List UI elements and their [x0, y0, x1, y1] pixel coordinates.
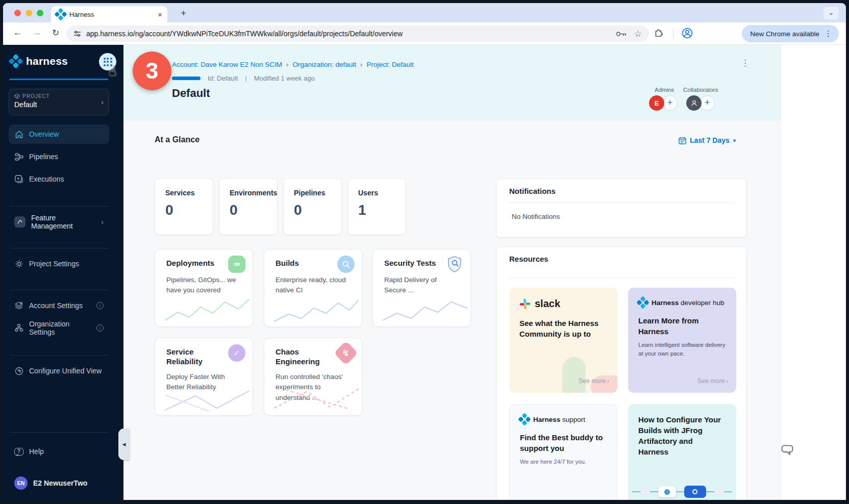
collapse-arrow-icon: ◀: [122, 442, 126, 447]
breadcrumb-account-link[interactable]: Account: Dave Karow E2 Non SCIM: [172, 61, 282, 68]
resource-card-developer-hub[interactable]: Harness developer hub Learn More from Ha…: [628, 288, 736, 393]
tab-close-icon[interactable]: ×: [158, 10, 162, 19]
browser-toolbar: ← → ↻ app.harness.io/ng/account/YWdkwNPi…: [3, 22, 846, 45]
date-range-value: Last 7 Days: [690, 136, 730, 144]
pipeline-node: ··: [640, 489, 651, 495]
harness-app-page: harness PROJECT Default › Overview Pi: [3, 45, 846, 500]
resources-title: Resources: [509, 255, 548, 263]
module-card-security-tests[interactable]: Security Tests Rapid Delivery of Secure …: [372, 249, 471, 327]
url-bar[interactable]: app.harness.io/ng/account/YWdkwNPiTceDUK…: [66, 26, 649, 42]
add-collaborator-button[interactable]: +: [700, 95, 715, 111]
breadcrumb-sep-icon: ›: [286, 61, 288, 68]
notifications-title: Notifications: [509, 187, 556, 195]
stat-value: 0: [165, 202, 213, 218]
see-more-link[interactable]: See more: [697, 377, 728, 385]
sidebar-user[interactable]: EN E2 NewuserTwo: [9, 473, 109, 493]
sidebar-item-overview[interactable]: Overview: [9, 124, 109, 144]
brand-bold: Harness: [652, 299, 679, 307]
stat-label: Users: [358, 189, 406, 197]
new-tab-button[interactable]: +: [181, 8, 186, 19]
notifications-empty-text: No Notifications: [512, 213, 560, 220]
minimize-window-button[interactable]: [26, 10, 32, 16]
builds-sparkline: [273, 295, 360, 324]
sidebar-item-account-settings[interactable]: Account Settings i: [9, 296, 109, 315]
date-range-picker[interactable]: Last 7 Days ▾: [679, 136, 736, 144]
url-text[interactable]: app.harness.io/ng/account/YWdkwNPiTceDUK…: [86, 30, 616, 38]
back-icon[interactable]: ←: [13, 28, 22, 38]
project-selector[interactable]: PROJECT Default ›: [9, 89, 109, 115]
module-card-builds[interactable]: Builds Enterprise ready, cloud native CI: [264, 249, 362, 327]
admin-avatar[interactable]: E: [649, 95, 664, 111]
module-desc: Rapid Delivery of Secure ...: [384, 275, 459, 296]
slack-logo-icon: [519, 298, 531, 310]
brand-bold: Harness: [533, 416, 560, 423]
password-key-icon[interactable]: [616, 31, 627, 37]
sidebar-item-project-settings[interactable]: Project Settings: [9, 254, 109, 273]
home-icon: [14, 130, 23, 139]
profile-icon[interactable]: [682, 28, 693, 39]
sidebar-item-configure-unified-view[interactable]: Configure Unified View: [9, 361, 109, 381]
tab-overflow-button[interactable]: ⌄: [823, 7, 839, 19]
site-info-icon[interactable]: [73, 30, 81, 38]
resource-card-jfrog[interactable]: How to Configure Your Builds with JFrog …: [628, 404, 736, 500]
breadcrumb-organization-link[interactable]: Organization: default: [292, 61, 356, 68]
header-kebab-icon[interactable]: ⋮: [741, 58, 750, 68]
collaborator-avatar[interactable]: [686, 95, 702, 111]
breadcrumb-project-link[interactable]: Project: Default: [366, 61, 413, 68]
org-chart-icon: [14, 324, 23, 332]
forward-icon[interactable]: →: [33, 28, 41, 38]
module-desc: Enterprise ready, cloud native CI: [276, 275, 350, 296]
user-name: E2 NewuserTwo: [33, 479, 87, 487]
close-window-button[interactable]: [14, 10, 21, 16]
reload-icon[interactable]: ↻: [52, 28, 59, 38]
stat-card-pipelines[interactable]: Pipelines 0: [283, 178, 342, 235]
stat-card-services[interactable]: Services 0: [155, 178, 213, 235]
see-more-link[interactable]: See more: [579, 377, 609, 385]
page-title: Default: [172, 87, 210, 100]
bookmark-star-icon[interactable]: ☆: [634, 29, 642, 39]
zoom-window-button[interactable]: [37, 10, 43, 16]
pipeline-node: [658, 486, 676, 497]
executions-icon: [14, 175, 23, 183]
layers-gear-icon: [14, 301, 23, 310]
project-header: Account: Dave Karow E2 Non SCIM › Organi…: [123, 45, 781, 121]
caret-down-icon: ▾: [733, 137, 736, 144]
info-icon[interactable]: i: [96, 302, 104, 309]
help-chat-icon: ?: [14, 448, 23, 456]
sidebar-item-label: Overview: [29, 130, 59, 138]
toolbar-separator: [673, 29, 673, 39]
resource-card-support[interactable]: Harness support Find the Best buddy to s…: [509, 404, 617, 500]
info-icon[interactable]: i: [96, 324, 104, 332]
resource-subtext: We are here 24/7 for you.: [520, 458, 607, 466]
browser-tab[interactable]: Harness ×: [51, 6, 167, 22]
sidebar-item-feature-management[interactable]: Feature Management ›: [9, 212, 109, 232]
module-card-deployments[interactable]: Deployments ∞ Pipelines, GitOps... we ha…: [155, 249, 253, 327]
harness-logo-icon: [8, 54, 23, 68]
project-selector-value: Default: [14, 100, 104, 109]
sidebar-item-organization-settings[interactable]: Organization Settings i: [9, 318, 109, 338]
separator: |: [245, 74, 246, 82]
builds-icon: [337, 256, 355, 273]
module-card-service-reliability[interactable]: Service Reliability ✓ Deploy Faster With…: [155, 338, 253, 416]
sidebar-item-executions[interactable]: Executions: [9, 169, 109, 189]
module-card-chaos-engineering[interactable]: Chaos Engineering ↯ Run controlled 'chao…: [264, 338, 362, 416]
stat-label: Pipelines: [294, 189, 341, 197]
sidebar-item-help[interactable]: ? Help: [9, 442, 109, 461]
sidebar-collapse-handle[interactable]: ◀: [118, 429, 130, 460]
stat-card-users[interactable]: Users 1: [347, 178, 406, 235]
feature-management-icon: [14, 216, 26, 228]
sidebar-item-label: Pipelines: [29, 153, 58, 161]
sidebar-divider: [10, 206, 108, 207]
chat-support-icon[interactable]: [781, 443, 796, 458]
notifications-panel: Notifications No Notifications: [496, 179, 747, 238]
sidebar-item-pipelines[interactable]: Pipelines: [9, 147, 109, 166]
harness-brand[interactable]: harness: [11, 55, 68, 67]
resource-card-slack[interactable]: slack See what the Harness Community is …: [509, 288, 617, 393]
stat-card-environments[interactable]: Environments 0: [219, 178, 278, 235]
new-chrome-available-button[interactable]: New Chrome available ⋮: [742, 25, 839, 42]
browser-menu-kebab-icon[interactable]: ⋮: [825, 29, 833, 38]
module-desc: Pipelines, GitOps... we have you covered: [166, 275, 241, 296]
extensions-puzzle-icon[interactable]: [654, 28, 664, 38]
add-admin-button[interactable]: +: [662, 95, 678, 111]
harness-logo-icon: [518, 413, 531, 425]
